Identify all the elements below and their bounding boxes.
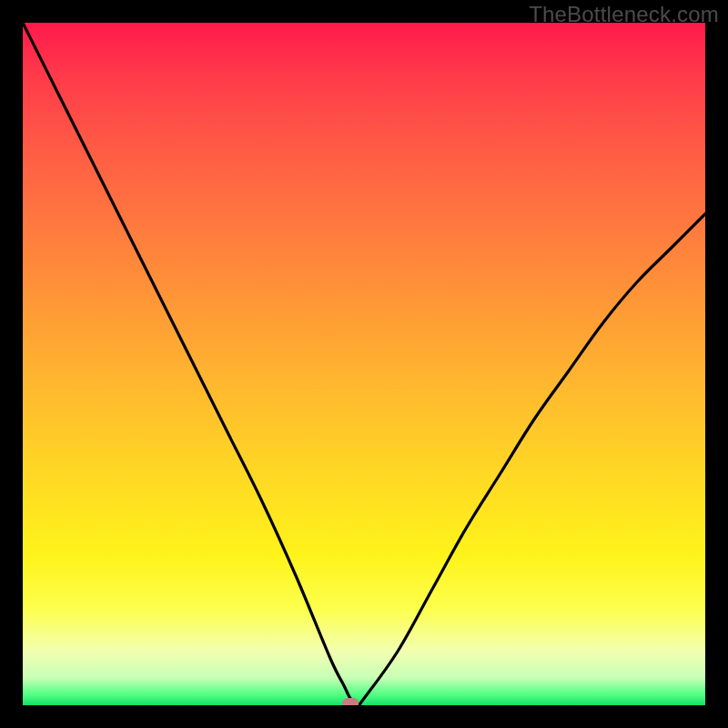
chart-frame: TheBottleneck.com: [0, 0, 728, 728]
watermark-text: TheBottleneck.com: [529, 2, 719, 27]
optimal-point-marker: [342, 698, 359, 705]
bottleneck-curve: [23, 23, 705, 705]
plot-area: [23, 23, 705, 705]
